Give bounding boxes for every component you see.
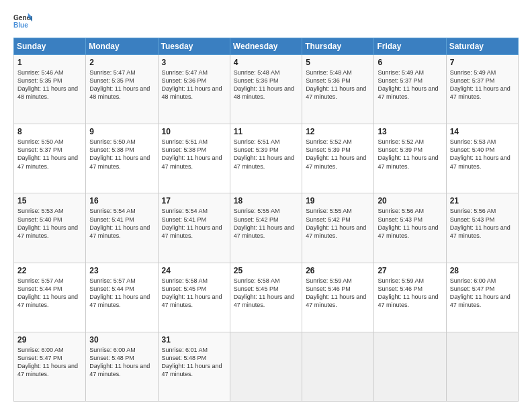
day-info: Sunrise: 5:49 AM Sunset: 5:37 PM Dayligh… xyxy=(378,68,442,101)
calendar-cell: 3 Sunrise: 5:47 AM Sunset: 5:36 PM Dayli… xyxy=(158,55,230,124)
day-info: Sunrise: 5:53 AM Sunset: 5:40 PM Dayligh… xyxy=(450,138,515,171)
day-info: Sunrise: 5:54 AM Sunset: 5:41 PM Dayligh… xyxy=(162,207,226,240)
day-info: Sunrise: 5:58 AM Sunset: 5:45 PM Dayligh… xyxy=(234,277,298,310)
day-info: Sunrise: 5:59 AM Sunset: 5:46 PM Dayligh… xyxy=(306,277,370,310)
logo: General Blue xyxy=(13,12,32,31)
calendar-cell: 18 Sunrise: 5:55 AM Sunset: 5:42 PM Dayl… xyxy=(230,193,302,263)
day-info: Sunrise: 6:00 AM Sunset: 5:47 PM Dayligh… xyxy=(17,346,82,379)
day-info: Sunrise: 5:50 AM Sunset: 5:37 PM Dayligh… xyxy=(17,138,82,171)
day-number: 24 xyxy=(162,266,226,275)
day-number: 16 xyxy=(89,196,154,205)
day-info: Sunrise: 5:52 AM Sunset: 5:39 PM Dayligh… xyxy=(378,138,442,171)
svg-text:Blue: Blue xyxy=(13,21,28,29)
day-info: Sunrise: 5:47 AM Sunset: 5:35 PM Dayligh… xyxy=(89,68,154,101)
calendar: SundayMondayTuesdayWednesdayThursdayFrid… xyxy=(13,38,519,402)
calendar-header-thursday: Thursday xyxy=(302,38,374,55)
calendar-cell: 9 Sunrise: 5:50 AM Sunset: 5:38 PM Dayli… xyxy=(86,124,158,193)
day-number: 18 xyxy=(234,196,298,205)
day-info: Sunrise: 6:00 AM Sunset: 5:47 PM Dayligh… xyxy=(450,277,515,310)
day-number: 14 xyxy=(450,127,515,136)
top-section: General Blue xyxy=(13,12,519,31)
day-info: Sunrise: 5:47 AM Sunset: 5:36 PM Dayligh… xyxy=(162,68,226,101)
calendar-header-monday: Monday xyxy=(86,38,158,55)
day-info: Sunrise: 5:57 AM Sunset: 5:44 PM Dayligh… xyxy=(89,277,154,310)
day-info: Sunrise: 5:55 AM Sunset: 5:42 PM Dayligh… xyxy=(234,207,298,240)
day-number: 10 xyxy=(162,127,226,136)
day-number: 23 xyxy=(89,266,154,275)
calendar-cell xyxy=(446,332,518,401)
calendar-cell: 24 Sunrise: 5:58 AM Sunset: 5:45 PM Dayl… xyxy=(158,263,230,332)
calendar-cell: 8 Sunrise: 5:50 AM Sunset: 5:37 PM Dayli… xyxy=(14,124,86,193)
day-info: Sunrise: 5:58 AM Sunset: 5:45 PM Dayligh… xyxy=(162,277,226,310)
day-info: Sunrise: 5:54 AM Sunset: 5:41 PM Dayligh… xyxy=(89,207,154,240)
calendar-cell xyxy=(302,332,374,401)
day-info: Sunrise: 5:55 AM Sunset: 5:42 PM Dayligh… xyxy=(306,207,370,240)
logo-icon: General Blue xyxy=(13,12,32,31)
calendar-cell: 23 Sunrise: 5:57 AM Sunset: 5:44 PM Dayl… xyxy=(86,263,158,332)
calendar-week-4: 22 Sunrise: 5:57 AM Sunset: 5:44 PM Dayl… xyxy=(14,263,519,332)
day-number: 1 xyxy=(17,58,82,67)
day-number: 17 xyxy=(162,196,226,205)
calendar-cell: 31 Sunrise: 6:01 AM Sunset: 5:48 PM Dayl… xyxy=(158,332,230,401)
day-info: Sunrise: 5:50 AM Sunset: 5:38 PM Dayligh… xyxy=(89,138,154,171)
day-number: 28 xyxy=(450,266,515,275)
day-number: 13 xyxy=(378,127,442,136)
day-number: 30 xyxy=(89,335,154,345)
day-number: 12 xyxy=(306,127,370,136)
calendar-cell: 4 Sunrise: 5:48 AM Sunset: 5:36 PM Dayli… xyxy=(230,55,302,124)
day-info: Sunrise: 5:48 AM Sunset: 5:36 PM Dayligh… xyxy=(234,68,298,101)
calendar-cell: 13 Sunrise: 5:52 AM Sunset: 5:39 PM Dayl… xyxy=(374,124,446,193)
day-number: 5 xyxy=(306,58,370,67)
calendar-cell: 2 Sunrise: 5:47 AM Sunset: 5:35 PM Dayli… xyxy=(86,55,158,124)
day-info: Sunrise: 5:59 AM Sunset: 5:46 PM Dayligh… xyxy=(378,277,442,310)
calendar-header-friday: Friday xyxy=(374,38,446,55)
day-number: 27 xyxy=(378,266,442,275)
calendar-week-2: 8 Sunrise: 5:50 AM Sunset: 5:37 PM Dayli… xyxy=(14,124,519,193)
day-number: 19 xyxy=(306,196,370,205)
calendar-cell: 25 Sunrise: 5:58 AM Sunset: 5:45 PM Dayl… xyxy=(230,263,302,332)
calendar-cell: 20 Sunrise: 5:56 AM Sunset: 5:43 PM Dayl… xyxy=(374,193,446,263)
day-number: 20 xyxy=(378,196,442,205)
day-info: Sunrise: 6:01 AM Sunset: 5:48 PM Dayligh… xyxy=(162,346,226,379)
day-info: Sunrise: 5:52 AM Sunset: 5:39 PM Dayligh… xyxy=(306,138,370,171)
day-number: 25 xyxy=(234,266,298,275)
day-info: Sunrise: 5:49 AM Sunset: 5:37 PM Dayligh… xyxy=(450,68,515,101)
day-number: 26 xyxy=(306,266,370,275)
calendar-header-row: SundayMondayTuesdayWednesdayThursdayFrid… xyxy=(14,38,519,55)
calendar-cell: 19 Sunrise: 5:55 AM Sunset: 5:42 PM Dayl… xyxy=(302,193,374,263)
day-number: 6 xyxy=(378,58,442,67)
day-number: 7 xyxy=(450,58,515,67)
day-number: 8 xyxy=(17,127,82,136)
calendar-cell: 22 Sunrise: 5:57 AM Sunset: 5:44 PM Dayl… xyxy=(14,263,86,332)
day-info: Sunrise: 5:51 AM Sunset: 5:38 PM Dayligh… xyxy=(162,138,226,171)
day-info: Sunrise: 6:00 AM Sunset: 5:48 PM Dayligh… xyxy=(89,346,154,379)
calendar-cell: 27 Sunrise: 5:59 AM Sunset: 5:46 PM Dayl… xyxy=(374,263,446,332)
calendar-cell: 29 Sunrise: 6:00 AM Sunset: 5:47 PM Dayl… xyxy=(14,332,86,401)
calendar-header-tuesday: Tuesday xyxy=(158,38,230,55)
calendar-body: 1 Sunrise: 5:46 AM Sunset: 5:35 PM Dayli… xyxy=(14,55,519,402)
day-number: 22 xyxy=(17,266,82,275)
calendar-cell: 17 Sunrise: 5:54 AM Sunset: 5:41 PM Dayl… xyxy=(158,193,230,263)
day-number: 11 xyxy=(234,127,298,136)
day-number: 9 xyxy=(89,127,154,136)
calendar-week-3: 15 Sunrise: 5:53 AM Sunset: 5:40 PM Dayl… xyxy=(14,193,519,263)
calendar-cell: 6 Sunrise: 5:49 AM Sunset: 5:37 PM Dayli… xyxy=(374,55,446,124)
day-info: Sunrise: 5:46 AM Sunset: 5:35 PM Dayligh… xyxy=(17,68,82,101)
day-number: 21 xyxy=(450,196,515,205)
calendar-cell: 16 Sunrise: 5:54 AM Sunset: 5:41 PM Dayl… xyxy=(86,193,158,263)
calendar-week-5: 29 Sunrise: 6:00 AM Sunset: 5:47 PM Dayl… xyxy=(14,332,519,401)
page: General Blue SundayMondayTuesdayWednesda… xyxy=(0,0,532,411)
day-number: 15 xyxy=(17,196,82,205)
day-number: 3 xyxy=(162,58,226,67)
calendar-cell xyxy=(374,332,446,401)
day-number: 31 xyxy=(162,335,226,345)
day-number: 29 xyxy=(17,335,82,345)
day-number: 4 xyxy=(234,58,298,67)
calendar-header-saturday: Saturday xyxy=(446,38,518,55)
calendar-cell: 11 Sunrise: 5:51 AM Sunset: 5:39 PM Dayl… xyxy=(230,124,302,193)
calendar-cell: 15 Sunrise: 5:53 AM Sunset: 5:40 PM Dayl… xyxy=(14,193,86,263)
calendar-week-1: 1 Sunrise: 5:46 AM Sunset: 5:35 PM Dayli… xyxy=(14,55,519,124)
day-info: Sunrise: 5:51 AM Sunset: 5:39 PM Dayligh… xyxy=(234,138,298,171)
calendar-header-wednesday: Wednesday xyxy=(230,38,302,55)
calendar-cell: 7 Sunrise: 5:49 AM Sunset: 5:37 PM Dayli… xyxy=(446,55,518,124)
